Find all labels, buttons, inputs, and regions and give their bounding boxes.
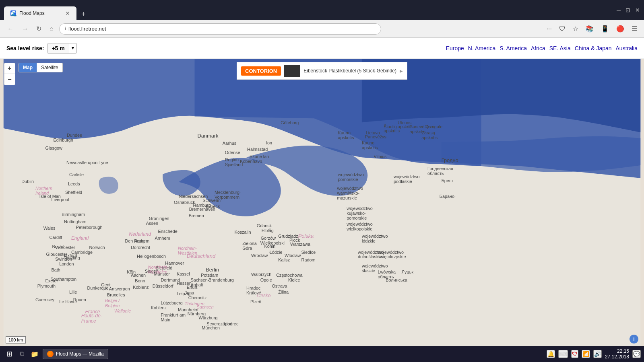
tab-close-button[interactable]: ✕: [65, 10, 70, 16]
svg-text:London: London: [59, 261, 74, 266]
svg-text:Antwerpen: Antwerpen: [109, 286, 130, 291]
address-text: flood.firetree.net: [68, 26, 376, 32]
active-tab[interactable]: 🌊 Flood Maps ✕: [4, 6, 76, 20]
svg-text:Vorpommern: Vorpommern: [215, 195, 239, 200]
region-link-africa[interactable]: Africa: [531, 45, 545, 51]
map-container[interactable]: Edinburgh Glasgow Dublin Newcastle upon …: [0, 59, 644, 349]
region-links: Europe N. America S. America Africa SE. …: [446, 45, 638, 51]
synced-tabs-button[interactable]: 📱: [599, 24, 611, 34]
svg-text:warmińsko-: warmińsko-: [337, 191, 360, 195]
svg-text:Worcester: Worcester: [55, 245, 75, 250]
svg-text:Brandenburg: Brandenburg: [208, 278, 234, 282]
taskbar-firefox-app[interactable]: Flood Maps — Mozilla: [43, 349, 108, 359]
taskbar-app-label: Flood Maps — Mozilla: [56, 351, 104, 357]
svg-text:Kassel: Kassel: [177, 272, 190, 276]
svg-text:Opole: Opole: [260, 278, 272, 282]
region-link-chinajapan[interactable]: China & Japan: [575, 45, 612, 51]
svg-text:apskritis: apskritis: [362, 145, 378, 150]
keyboard-icon[interactable]: ⌨: [558, 350, 568, 358]
svg-text:Zemgale: Zemgale: [425, 124, 442, 129]
svg-text:Lübeck: Lübeck: [206, 204, 220, 209]
sea-level-dropdown-arrow[interactable]: ▾: [69, 44, 76, 52]
bookmark-button[interactable]: ☆: [571, 24, 580, 34]
svg-text:województwo: województwo: [361, 234, 388, 239]
svg-text:Łódzie: Łódzie: [269, 250, 282, 255]
svg-text:Groningen: Groningen: [149, 216, 169, 221]
home-button[interactable]: ⌂: [47, 24, 56, 34]
task-view-button[interactable]: ⧉: [17, 349, 27, 359]
svg-text:Osnabrück: Osnabrück: [174, 200, 195, 205]
svg-text:Kalisz: Kalisz: [278, 257, 290, 262]
region-link-seasia[interactable]: SE. Asia: [549, 45, 571, 51]
volume-icon[interactable]: 🔊: [593, 350, 602, 358]
svg-text:ślaskie: ślaskie: [362, 268, 375, 273]
svg-text:Zielona: Zielona: [242, 241, 257, 246]
action-center-button[interactable]: 💬: [632, 350, 641, 358]
start-button[interactable]: ⊞: [3, 348, 16, 360]
svg-text:kujawsko-: kujawsko-: [347, 211, 366, 216]
svg-text:Cambridge: Cambridge: [71, 250, 93, 255]
reload-button[interactable]: ↻: [34, 23, 44, 34]
back-button[interactable]: ←: [5, 24, 16, 34]
forward-button[interactable]: →: [19, 24, 31, 34]
region-link-namerica[interactable]: N. America: [468, 45, 495, 51]
zoom-in-button[interactable]: +: [4, 63, 15, 74]
svg-text:Bruxelles: Bruxelles: [107, 292, 125, 297]
ad-brand: CONTORION: [241, 66, 281, 76]
sea-level-value: +5 m: [47, 43, 68, 53]
svg-text:Барано-: Барано-: [440, 194, 456, 199]
svg-text:Northern: Northern: [35, 186, 52, 191]
pocket-button[interactable]: 🛡: [557, 24, 568, 34]
ad-image: [284, 65, 300, 77]
svg-text:Würzburg: Würzburg: [198, 315, 217, 320]
minimize-button[interactable]: ─: [617, 7, 621, 13]
more-options-button[interactable]: ···: [545, 24, 554, 34]
region-link-samerica[interactable]: S. America: [500, 45, 527, 51]
close-window-button[interactable]: ✕: [635, 7, 640, 13]
new-tab-button[interactable]: +: [78, 8, 89, 20]
svg-text:Birmingham: Birmingham: [62, 212, 85, 217]
file-explorer-button[interactable]: 📁: [28, 349, 41, 360]
svg-text:Rouen: Rouen: [73, 297, 86, 302]
navigation-bar: ← → ↻ ⌂ ℹ flood.firetree.net ··· 🛡 ☆ 📚 📱…: [0, 20, 644, 38]
svg-text:Region: Region: [225, 157, 239, 162]
sea-level-display[interactable]: +5 m ▾: [47, 43, 76, 53]
svg-text:apskritis: apskritis: [421, 135, 438, 140]
address-bar[interactable]: ℹ flood.firetree.net: [59, 23, 381, 35]
svg-text:France: France: [85, 309, 100, 315]
svg-text:Wloclaw: Wloclaw: [285, 253, 301, 258]
svg-text:apskritis: apskritis: [338, 135, 354, 140]
svg-text:Góra: Góra: [242, 246, 252, 251]
svg-text:Bath: Bath: [51, 267, 60, 272]
svg-text:Częstochowa: Częstochowa: [276, 273, 303, 278]
wifi-icon[interactable]: 📶: [582, 350, 590, 358]
sea-level-control: Sea level rise: +5 m ▾: [6, 43, 77, 53]
svg-text:Nederland: Nederland: [129, 231, 151, 237]
svg-text:Carlisle: Carlisle: [69, 172, 84, 177]
zoom-out-button[interactable]: −: [4, 74, 15, 85]
svg-text:Plymouth: Plymouth: [37, 284, 56, 288]
svg-text:Niedersachsen: Niedersachsen: [179, 194, 208, 199]
svg-text:Dublin: Dublin: [21, 179, 34, 184]
notification-icon[interactable]: 🔔: [547, 350, 555, 358]
library-button[interactable]: 📚: [584, 24, 596, 34]
svg-text:Dordrecht: Dordrecht: [131, 245, 150, 250]
svg-text:Potsdam: Potsdam: [201, 273, 218, 278]
info-button[interactable]: i: [630, 335, 638, 343]
page-content: Sea level rise: +5 m ▾ CONTORION Eibenst…: [0, 38, 644, 349]
region-link-australia[interactable]: Australia: [616, 45, 638, 51]
menu-button[interactable]: ☰: [630, 24, 639, 34]
svg-text:Guernsey: Guernsey: [35, 297, 55, 302]
region-link-europe[interactable]: Europe: [446, 45, 464, 51]
map-type-satellite-button[interactable]: Satellite: [37, 63, 63, 72]
map-type-map-button[interactable]: Map: [19, 63, 37, 72]
svg-text:województwo: województwo: [338, 172, 364, 177]
map-type-buttons: Map Satellite: [19, 63, 63, 72]
svg-text:Lille: Lille: [69, 290, 77, 294]
svg-text:Westfalen: Westfalen: [178, 251, 197, 255]
svg-text:Wroclaw: Wroclaw: [251, 253, 268, 258]
svg-text:Norwich: Norwich: [89, 245, 105, 250]
antivirus-icon[interactable]: 🛡: [571, 350, 578, 358]
container-button[interactable]: 🔴: [614, 24, 626, 34]
maximize-button[interactable]: ⊡: [625, 7, 630, 13]
